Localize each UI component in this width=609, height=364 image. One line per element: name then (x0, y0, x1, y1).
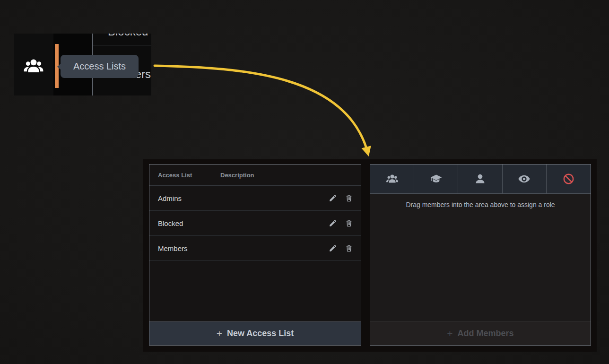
graduation-cap-icon (430, 173, 443, 185)
plus-icon: + (217, 328, 222, 339)
new-access-list-label: New Access List (227, 329, 294, 338)
row-actions (329, 244, 361, 252)
tooltip-label: Access Lists (73, 61, 126, 72)
role-drop-target-banned[interactable] (547, 165, 591, 193)
role-drop-target-member[interactable] (458, 165, 502, 193)
edit-button[interactable] (329, 219, 337, 227)
role-drop-target-group[interactable] (370, 165, 414, 193)
list-row-separator (93, 45, 151, 45)
trash-icon (345, 244, 353, 252)
pencil-icon (329, 244, 337, 252)
access-lists-tooltip: Access Lists (61, 55, 139, 78)
access-lists-panel: Access List Description Admins Blocked (149, 164, 361, 346)
role-drop-targets (370, 165, 591, 194)
eye-icon (518, 173, 531, 185)
trash-icon (345, 194, 353, 202)
table-row[interactable]: Blocked (149, 211, 361, 236)
role-drop-target-graduate[interactable] (414, 165, 458, 193)
edit-button[interactable] (329, 194, 337, 202)
plus-icon: + (447, 328, 452, 339)
pencil-icon (329, 219, 337, 227)
sidebar-nav-item-access-lists[interactable] (14, 34, 53, 95)
column-header-access-list: Access List (149, 172, 220, 179)
table-row[interactable]: Members (149, 236, 361, 261)
access-list-name: Blocked (149, 219, 220, 227)
sidebar-zoom-fragment: Blocked Members Access Lists (14, 34, 151, 95)
new-access-list-button[interactable]: + New Access List (149, 321, 361, 345)
clipped-list-item-blocked: Blocked (108, 34, 148, 38)
table-header: Access List Description (149, 165, 361, 186)
delete-button[interactable] (345, 219, 353, 227)
ban-icon (562, 173, 575, 185)
users-icon (23, 56, 44, 77)
drag-hint-text: Drag members into the area above to assi… (370, 201, 591, 208)
table-row[interactable]: Admins (149, 186, 361, 211)
edit-button[interactable] (329, 244, 337, 252)
users-icon (386, 173, 399, 185)
add-members-button[interactable]: + Add Members (370, 321, 591, 345)
user-icon (474, 173, 487, 185)
row-actions (329, 194, 361, 202)
access-list-name: Admins (149, 194, 220, 202)
tooltip-pointer-icon (57, 63, 61, 70)
delete-button[interactable] (345, 244, 353, 252)
empty-members-space (370, 208, 591, 321)
empty-table-space (149, 261, 361, 321)
pencil-icon (329, 194, 337, 202)
add-members-label: Add Members (458, 329, 514, 338)
delete-button[interactable] (345, 194, 353, 202)
trash-icon (345, 219, 353, 227)
column-header-description: Description (220, 172, 361, 179)
row-actions (329, 219, 361, 227)
access-list-name: Members (149, 244, 220, 252)
members-panel: Drag members into the area above to assi… (370, 164, 591, 346)
role-drop-target-viewer[interactable] (503, 165, 547, 193)
screenshot-stage: Blocked Members Access Lists Access List… (0, 0, 609, 364)
